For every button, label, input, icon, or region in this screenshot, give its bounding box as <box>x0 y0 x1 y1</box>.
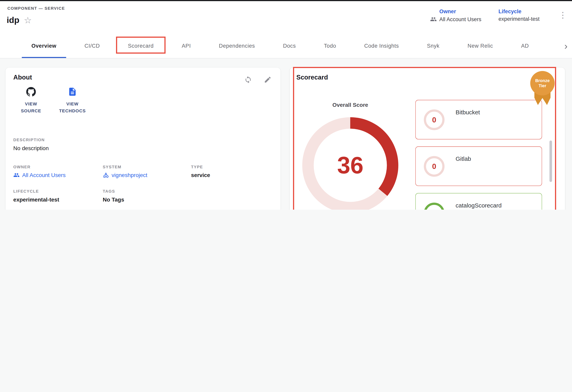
more-options-icon[interactable]: ⋮ <box>559 10 567 20</box>
people-icon <box>430 16 437 23</box>
field-value: No Tags <box>103 196 124 203</box>
about-card-actions <box>244 76 271 85</box>
field-value: service <box>191 172 210 178</box>
field-label: Type <box>191 164 210 169</box>
field-tags: Tags No Tags <box>103 189 124 203</box>
tier-badge-label: Bronze Tier <box>534 78 551 89</box>
tab-dependencies[interactable]: Dependencies <box>209 33 265 58</box>
score-value: 0 <box>432 162 436 171</box>
github-icon <box>26 87 36 98</box>
bronze-tier-badge: Bronze Tier <box>530 71 555 106</box>
tab-snyk[interactable]: Snyk <box>417 33 449 58</box>
techdocs-icon <box>68 87 77 98</box>
field-label: Owner <box>13 164 66 169</box>
owner-link[interactable]: All Account Users <box>13 172 66 178</box>
score-circle: 0 <box>424 109 445 130</box>
tab-scorecard[interactable]: Scorecard <box>118 33 163 58</box>
about-title: About <box>13 74 32 81</box>
source-buttons: View Source View TechDocs <box>15 87 88 115</box>
header-owner-text: All Account Users <box>439 16 481 22</box>
chevron-right-icon[interactable]: › <box>562 33 570 58</box>
tab-overview[interactable]: Overview <box>22 33 66 58</box>
favorite-star-icon[interactable]: ☆ <box>24 16 32 25</box>
tab-api[interactable]: API <box>172 33 200 58</box>
header-owner-value: All Account Users <box>430 16 481 23</box>
score-item[interactable]: 100 catalogScorecard <box>415 193 542 210</box>
page-title: idp <box>7 15 19 25</box>
view-techdocs-button[interactable]: View TechDocs <box>57 87 88 115</box>
tab-label: Dependencies <box>219 43 255 49</box>
header-lifecycle-text: experimental-test <box>498 16 540 22</box>
page: COMPONENT — SERVICE idp ☆ Owner All Acco… <box>0 0 572 210</box>
tab-label: Docs <box>283 43 296 49</box>
view-techdocs-label: View TechDocs <box>58 101 87 115</box>
header-lifecycle-value: experimental-test <box>498 16 540 22</box>
view-source-button[interactable]: View Source <box>15 87 47 115</box>
system-link[interactable]: vigneshproject <box>103 172 147 178</box>
field-value: No description <box>13 145 49 151</box>
header-owner-block: Owner All Account Users <box>430 9 481 23</box>
owner-link-text: All Account Users <box>22 172 66 178</box>
window-top-edge <box>0 0 572 1</box>
scorecard-card: Scorecard Bronze Tier Overall Score 36 0… <box>290 68 565 210</box>
field-owner: Owner All Account Users <box>13 164 66 178</box>
field-lifecycle: Lifecycle experimental-test <box>13 189 59 203</box>
tab-label: Code Insights <box>364 43 399 49</box>
about-card: About View Source View TechDocs <box>5 68 281 210</box>
score-circle: 100 <box>424 203 445 210</box>
tab-label: Snyk <box>427 43 439 49</box>
field-description: Description No description <box>13 137 49 151</box>
score-name: catalogScorecard <box>456 202 502 209</box>
tab-new-relic[interactable]: New Relic <box>458 33 503 58</box>
field-label: System <box>103 164 147 169</box>
people-icon <box>13 172 20 178</box>
field-label: Description <box>13 137 49 142</box>
header-lifecycle-label[interactable]: Lifecycle <box>498 9 540 15</box>
tab-ad-truncated[interactable]: AD <box>511 33 538 58</box>
tab-label: AD <box>521 43 529 49</box>
field-value: experimental-test <box>13 196 59 203</box>
tab-label: Todo <box>324 43 336 49</box>
field-label: Tags <box>103 189 124 193</box>
score-value: 0 <box>432 115 436 124</box>
score-item[interactable]: 0 Gitlab <box>415 146 542 186</box>
entity-header: COMPONENT — SERVICE idp ☆ Owner All Acco… <box>0 1 572 33</box>
tab-label: Overview <box>32 43 57 49</box>
scorecard-scrollbar[interactable] <box>549 140 552 182</box>
overall-score-label: Overall Score <box>302 102 398 108</box>
entity-tab-bar: Overview CI/CD Scorecard API Dependencie… <box>0 33 572 58</box>
gauge-inner: 36 <box>314 129 387 202</box>
tab-label: Scorecard <box>128 43 154 49</box>
header-owner-label[interactable]: Owner <box>439 9 481 15</box>
overall-score-value: 36 <box>337 151 364 179</box>
score-circle: 0 <box>424 156 445 177</box>
title-row: idp ☆ <box>7 15 32 25</box>
overall-score-gauge: 36 <box>302 117 398 210</box>
refresh-icon[interactable] <box>244 76 252 85</box>
score-name: Gitlab <box>456 156 471 162</box>
system-link-text: vigneshproject <box>112 172 147 178</box>
score-list: 0 Bitbucket 0 Gitlab 100 catalogScorecar… <box>415 100 542 210</box>
field-system: System vigneshproject <box>103 164 147 178</box>
field-type: Type service <box>191 164 210 178</box>
score-item[interactable]: 0 Bitbucket <box>415 100 542 139</box>
score-name: Bitbucket <box>456 109 480 116</box>
breadcrumb: COMPONENT — SERVICE <box>7 6 65 10</box>
edit-icon[interactable] <box>264 76 271 85</box>
tab-label: API <box>182 43 191 49</box>
tab-code-insights[interactable]: Code Insights <box>355 33 409 58</box>
tab-label: New Relic <box>468 43 493 49</box>
view-source-label: View Source <box>16 101 46 115</box>
field-label: Lifecycle <box>13 189 59 193</box>
tab-label: CI/CD <box>85 43 100 49</box>
tab-todo[interactable]: Todo <box>314 33 346 58</box>
tab-docs[interactable]: Docs <box>273 33 305 58</box>
ribbon-circle: Bronze Tier <box>530 71 555 95</box>
scorecard-title: Scorecard <box>296 74 328 81</box>
header-lifecycle-block: Lifecycle experimental-test <box>498 9 540 22</box>
system-icon <box>103 172 109 178</box>
tab-cicd[interactable]: CI/CD <box>75 33 110 58</box>
score-value: 100 <box>429 209 439 210</box>
